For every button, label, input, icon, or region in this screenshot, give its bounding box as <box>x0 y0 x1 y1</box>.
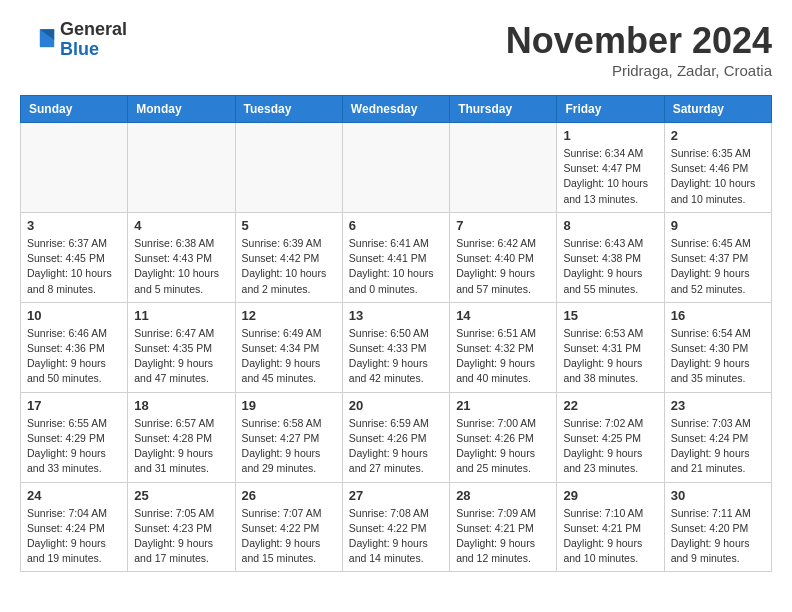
title-section: November 2024 Pridraga, Zadar, Croatia <box>506 20 772 79</box>
calendar-cell: 21Sunrise: 7:00 AM Sunset: 4:26 PM Dayli… <box>450 392 557 482</box>
calendar-table: SundayMondayTuesdayWednesdayThursdayFrid… <box>20 95 772 572</box>
day-detail: Sunrise: 6:55 AM Sunset: 4:29 PM Dayligh… <box>27 416 121 477</box>
weekday-header-friday: Friday <box>557 96 664 123</box>
day-number: 5 <box>242 218 336 233</box>
day-detail: Sunrise: 6:46 AM Sunset: 4:36 PM Dayligh… <box>27 326 121 387</box>
day-number: 2 <box>671 128 765 143</box>
calendar-cell: 10Sunrise: 6:46 AM Sunset: 4:36 PM Dayli… <box>21 302 128 392</box>
logo-text: General Blue <box>60 20 127 60</box>
day-detail: Sunrise: 7:05 AM Sunset: 4:23 PM Dayligh… <box>134 506 228 567</box>
day-detail: Sunrise: 6:51 AM Sunset: 4:32 PM Dayligh… <box>456 326 550 387</box>
day-number: 16 <box>671 308 765 323</box>
calendar-cell: 23Sunrise: 7:03 AM Sunset: 4:24 PM Dayli… <box>664 392 771 482</box>
weekday-header-thursday: Thursday <box>450 96 557 123</box>
calendar-cell: 26Sunrise: 7:07 AM Sunset: 4:22 PM Dayli… <box>235 482 342 572</box>
day-detail: Sunrise: 6:39 AM Sunset: 4:42 PM Dayligh… <box>242 236 336 297</box>
day-number: 3 <box>27 218 121 233</box>
calendar-cell: 15Sunrise: 6:53 AM Sunset: 4:31 PM Dayli… <box>557 302 664 392</box>
day-detail: Sunrise: 7:00 AM Sunset: 4:26 PM Dayligh… <box>456 416 550 477</box>
day-number: 20 <box>349 398 443 413</box>
calendar-cell: 14Sunrise: 6:51 AM Sunset: 4:32 PM Dayli… <box>450 302 557 392</box>
location-subtitle: Pridraga, Zadar, Croatia <box>506 62 772 79</box>
day-number: 12 <box>242 308 336 323</box>
calendar-cell <box>450 123 557 213</box>
month-title: November 2024 <box>506 20 772 62</box>
day-detail: Sunrise: 6:59 AM Sunset: 4:26 PM Dayligh… <box>349 416 443 477</box>
day-number: 8 <box>563 218 657 233</box>
day-number: 23 <box>671 398 765 413</box>
calendar-cell: 29Sunrise: 7:10 AM Sunset: 4:21 PM Dayli… <box>557 482 664 572</box>
calendar-cell: 20Sunrise: 6:59 AM Sunset: 4:26 PM Dayli… <box>342 392 449 482</box>
day-detail: Sunrise: 7:11 AM Sunset: 4:20 PM Dayligh… <box>671 506 765 567</box>
day-detail: Sunrise: 6:53 AM Sunset: 4:31 PM Dayligh… <box>563 326 657 387</box>
day-detail: Sunrise: 7:04 AM Sunset: 4:24 PM Dayligh… <box>27 506 121 567</box>
day-number: 11 <box>134 308 228 323</box>
logo-general: General <box>60 20 127 40</box>
day-number: 22 <box>563 398 657 413</box>
calendar-cell: 28Sunrise: 7:09 AM Sunset: 4:21 PM Dayli… <box>450 482 557 572</box>
calendar-cell: 6Sunrise: 6:41 AM Sunset: 4:41 PM Daylig… <box>342 212 449 302</box>
day-number: 21 <box>456 398 550 413</box>
logo: General Blue <box>20 20 127 60</box>
calendar-cell: 2Sunrise: 6:35 AM Sunset: 4:46 PM Daylig… <box>664 123 771 213</box>
day-detail: Sunrise: 6:43 AM Sunset: 4:38 PM Dayligh… <box>563 236 657 297</box>
weekday-header-sunday: Sunday <box>21 96 128 123</box>
day-number: 30 <box>671 488 765 503</box>
day-number: 7 <box>456 218 550 233</box>
day-number: 6 <box>349 218 443 233</box>
day-detail: Sunrise: 6:34 AM Sunset: 4:47 PM Dayligh… <box>563 146 657 207</box>
calendar-cell <box>128 123 235 213</box>
day-detail: Sunrise: 6:41 AM Sunset: 4:41 PM Dayligh… <box>349 236 443 297</box>
day-detail: Sunrise: 7:07 AM Sunset: 4:22 PM Dayligh… <box>242 506 336 567</box>
calendar-cell: 30Sunrise: 7:11 AM Sunset: 4:20 PM Dayli… <box>664 482 771 572</box>
calendar-cell: 9Sunrise: 6:45 AM Sunset: 4:37 PM Daylig… <box>664 212 771 302</box>
day-number: 28 <box>456 488 550 503</box>
weekday-header-tuesday: Tuesday <box>235 96 342 123</box>
day-number: 19 <box>242 398 336 413</box>
day-detail: Sunrise: 6:49 AM Sunset: 4:34 PM Dayligh… <box>242 326 336 387</box>
weekday-header-wednesday: Wednesday <box>342 96 449 123</box>
day-number: 24 <box>27 488 121 503</box>
day-detail: Sunrise: 6:47 AM Sunset: 4:35 PM Dayligh… <box>134 326 228 387</box>
calendar-cell: 27Sunrise: 7:08 AM Sunset: 4:22 PM Dayli… <box>342 482 449 572</box>
day-number: 1 <box>563 128 657 143</box>
calendar-cell: 24Sunrise: 7:04 AM Sunset: 4:24 PM Dayli… <box>21 482 128 572</box>
day-detail: Sunrise: 6:38 AM Sunset: 4:43 PM Dayligh… <box>134 236 228 297</box>
day-detail: Sunrise: 7:03 AM Sunset: 4:24 PM Dayligh… <box>671 416 765 477</box>
day-detail: Sunrise: 6:54 AM Sunset: 4:30 PM Dayligh… <box>671 326 765 387</box>
calendar-week-2: 3Sunrise: 6:37 AM Sunset: 4:45 PM Daylig… <box>21 212 772 302</box>
day-detail: Sunrise: 6:37 AM Sunset: 4:45 PM Dayligh… <box>27 236 121 297</box>
calendar-cell: 25Sunrise: 7:05 AM Sunset: 4:23 PM Dayli… <box>128 482 235 572</box>
day-detail: Sunrise: 6:42 AM Sunset: 4:40 PM Dayligh… <box>456 236 550 297</box>
calendar-cell: 3Sunrise: 6:37 AM Sunset: 4:45 PM Daylig… <box>21 212 128 302</box>
logo-icon <box>20 22 56 58</box>
day-detail: Sunrise: 6:58 AM Sunset: 4:27 PM Dayligh… <box>242 416 336 477</box>
day-detail: Sunrise: 6:35 AM Sunset: 4:46 PM Dayligh… <box>671 146 765 207</box>
day-number: 4 <box>134 218 228 233</box>
day-number: 26 <box>242 488 336 503</box>
calendar-cell <box>235 123 342 213</box>
day-number: 17 <box>27 398 121 413</box>
calendar-cell: 4Sunrise: 6:38 AM Sunset: 4:43 PM Daylig… <box>128 212 235 302</box>
page-header: General Blue November 2024 Pridraga, Zad… <box>20 20 772 79</box>
calendar-cell: 16Sunrise: 6:54 AM Sunset: 4:30 PM Dayli… <box>664 302 771 392</box>
calendar-week-5: 24Sunrise: 7:04 AM Sunset: 4:24 PM Dayli… <box>21 482 772 572</box>
day-detail: Sunrise: 6:57 AM Sunset: 4:28 PM Dayligh… <box>134 416 228 477</box>
calendar-cell: 11Sunrise: 6:47 AM Sunset: 4:35 PM Dayli… <box>128 302 235 392</box>
day-detail: Sunrise: 7:08 AM Sunset: 4:22 PM Dayligh… <box>349 506 443 567</box>
day-number: 25 <box>134 488 228 503</box>
day-number: 14 <box>456 308 550 323</box>
calendar-cell: 19Sunrise: 6:58 AM Sunset: 4:27 PM Dayli… <box>235 392 342 482</box>
day-detail: Sunrise: 7:02 AM Sunset: 4:25 PM Dayligh… <box>563 416 657 477</box>
calendar-cell: 12Sunrise: 6:49 AM Sunset: 4:34 PM Dayli… <box>235 302 342 392</box>
day-detail: Sunrise: 7:09 AM Sunset: 4:21 PM Dayligh… <box>456 506 550 567</box>
weekday-header-row: SundayMondayTuesdayWednesdayThursdayFrid… <box>21 96 772 123</box>
day-number: 9 <box>671 218 765 233</box>
calendar-cell: 7Sunrise: 6:42 AM Sunset: 4:40 PM Daylig… <box>450 212 557 302</box>
calendar-cell <box>342 123 449 213</box>
calendar-cell <box>21 123 128 213</box>
logo-blue: Blue <box>60 40 127 60</box>
day-number: 10 <box>27 308 121 323</box>
day-detail: Sunrise: 7:10 AM Sunset: 4:21 PM Dayligh… <box>563 506 657 567</box>
calendar-cell: 13Sunrise: 6:50 AM Sunset: 4:33 PM Dayli… <box>342 302 449 392</box>
